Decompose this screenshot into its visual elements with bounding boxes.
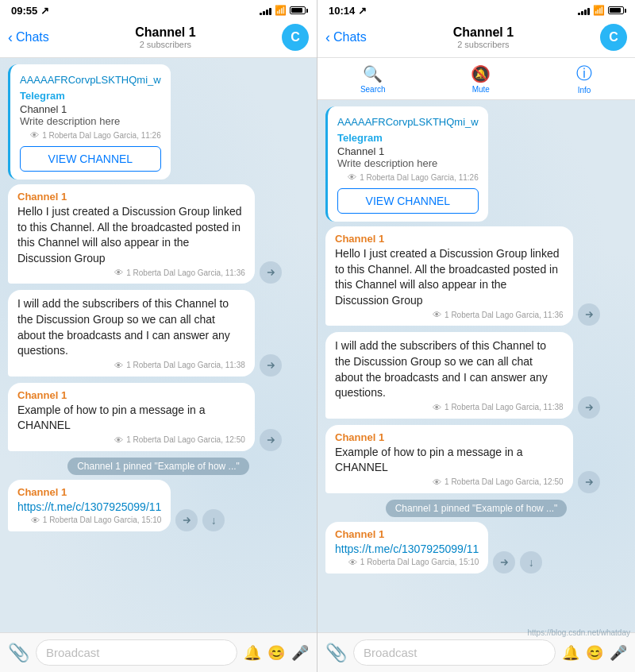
message-bubble-link: Channel 1 https://t.me/c/1307925099/11 👁… <box>325 522 488 574</box>
message-bubble: I will add the subscribers of this Chann… <box>325 332 573 418</box>
broadcast-input[interactable]: Broadcast <box>36 639 237 666</box>
message-text: I will add the subscribers of this Chann… <box>17 296 245 358</box>
message-bubble: Channel 1Example of how to pin a message… <box>8 383 255 451</box>
message-sender: Channel 1 <box>17 191 245 203</box>
mic-icon[interactable]: 🎤 <box>610 644 627 662</box>
telegram-sender: Telegram <box>20 90 161 102</box>
message-row: I will add the subscribers of this Chann… <box>325 332 627 418</box>
card-meta-text: 1 Roberta Dal Lago Garcia, 11:26 <box>42 131 161 140</box>
wifi-icon: 📶 <box>275 5 287 16</box>
message-row: I will add the subscribers of this Chann… <box>8 290 309 376</box>
forward-button[interactable] <box>260 261 282 284</box>
message-text: Example of how to pin a message in a CHA… <box>17 403 245 434</box>
message-sender: Channel 1 <box>335 233 564 245</box>
action-info[interactable]: ⓘ Info <box>576 63 592 95</box>
back-button[interactable]: ‹ Chats <box>8 29 49 46</box>
chat-area: AAAAAFRCorvpLSKTHQmi_w Telegram Channel … <box>318 100 635 632</box>
message-sender: Channel 1 <box>17 486 161 498</box>
forward-button[interactable] <box>493 551 515 574</box>
meta-text: 1 Roberta Dal Lago Garcia, 15:10 <box>43 516 162 524</box>
message-link[interactable]: https://t.me/c/1307925099/11 <box>335 543 479 555</box>
broadcast-input[interactable]: Broadcast <box>353 639 556 666</box>
eye-icon: 👁 <box>348 172 356 182</box>
forward-button[interactable] <box>175 509 198 531</box>
meta-text: 1 Roberta Dal Lago Garcia, 12:50 <box>444 477 564 486</box>
message-bubble: Channel 1Hello I just created a Discussi… <box>8 184 255 284</box>
eye-icon: 👁 <box>114 435 123 445</box>
message-bubble: I will add the subscribers of this Chann… <box>8 290 255 376</box>
forward-button[interactable] <box>578 303 600 326</box>
action-mute[interactable]: 🔕 Mute <box>471 64 491 94</box>
forward-button[interactable] <box>260 354 282 377</box>
message-text: Hello I just created a Discussion Group … <box>17 204 245 266</box>
chat-area: AAAAAFRCorvpLSKTHQmi_w Telegram Channel … <box>0 58 317 632</box>
forward-button[interactable] <box>578 396 600 419</box>
message-sender: Channel 1 <box>17 389 245 401</box>
message-row: Channel 1 https://t.me/c/1307925099/11 👁… <box>325 522 627 574</box>
notify-icon[interactable]: 🔔 <box>562 644 579 662</box>
channel-link[interactable]: AAAAAFRCorvpLSKTHQmi_w <box>20 74 161 86</box>
mic-icon[interactable]: 🎤 <box>291 644 309 662</box>
scroll-down-button[interactable]: ↓ <box>202 509 225 531</box>
attach-icon[interactable]: 📎 <box>8 643 29 663</box>
card-meta-text: 1 Roberta Dal Lago Garcia, 11:26 <box>360 173 479 182</box>
mute-icon: 🔕 <box>471 64 491 83</box>
card-desc: Write description here <box>20 115 161 127</box>
view-channel-button[interactable]: VIEW CHANNEL <box>337 188 479 214</box>
search-icon: 🔍 <box>363 64 383 83</box>
back-label: Chats <box>333 30 367 44</box>
eye-icon: 👁 <box>433 403 441 412</box>
back-button[interactable]: ‹ Chats <box>325 29 367 46</box>
bottom-icons: 🔔 😊 🎤 <box>244 644 309 662</box>
message-text: I will add the subscribers of this Chann… <box>335 338 564 400</box>
eye-icon: 👁 <box>433 310 441 319</box>
message-meta: 👁 1 Roberta Dal Lago Garcia, 15:10 <box>17 516 161 525</box>
scroll-down-button[interactable]: ↓ <box>520 551 542 574</box>
info-icon: ⓘ <box>576 63 592 84</box>
message-meta: 👁 1 Roberta Dal Lago Garcia, 12:50 <box>17 435 245 445</box>
signal-icon <box>260 6 271 15</box>
status-bar: 10:14 ↗ 📶 <box>318 0 635 19</box>
wifi-icon: 📶 <box>593 5 605 16</box>
card-channel-name: Channel 1 <box>20 103 161 115</box>
message-bubble: Channel 1Hello I just created a Discussi… <box>325 226 573 326</box>
battery-icon <box>290 6 306 14</box>
panel-right: 10:14 ↗ 📶 ‹ Chats Channel 1 2 subscriber… <box>318 0 635 672</box>
avatar[interactable]: C <box>282 24 309 51</box>
meta-text: 1 Roberta Dal Lago Garcia, 11:38 <box>444 403 564 411</box>
avatar[interactable]: C <box>600 24 627 51</box>
emoji-icon[interactable]: 😊 <box>267 644 285 662</box>
nav-title: Channel 1 2 subscribers <box>367 25 600 49</box>
status-time: 10:14 ↗ <box>329 5 367 17</box>
signal-icon <box>578 6 590 15</box>
attach-icon[interactable]: 📎 <box>325 643 347 663</box>
mute-label: Mute <box>472 85 490 94</box>
card-meta: 👁 1 Roberta Dal Lago Garcia, 11:26 <box>337 172 479 182</box>
bottom-icons: 🔔 😊 🎤 <box>562 644 627 662</box>
panel-left: 09:55 ↗ 📶 ‹ Chats Channel 1 2 subscriber… <box>0 0 318 672</box>
notify-icon[interactable]: 🔔 <box>244 644 261 662</box>
emoji-icon[interactable]: 😊 <box>586 644 603 662</box>
card-channel-name: Channel 1 <box>337 145 479 157</box>
forward-button[interactable] <box>260 429 282 451</box>
meta-text: 1 Roberta Dal Lago Garcia, 15:10 <box>360 558 479 566</box>
message-bubble-link: Channel 1 https://t.me/c/1307925099/11 👁… <box>8 480 171 531</box>
channel-subtitle: 2 subscribers <box>49 40 282 49</box>
card-desc: Write description here <box>337 157 479 169</box>
message-sender: Channel 1 <box>335 431 564 443</box>
message-link[interactable]: https://t.me/c/1307925099/11 <box>17 500 161 513</box>
channel-link[interactable]: AAAAAFRCorvpLSKTHQmi_w <box>337 116 479 128</box>
meta-text: 1 Roberta Dal Lago Garcia, 12:50 <box>126 435 245 444</box>
action-search[interactable]: 🔍 Search <box>360 64 386 94</box>
message-meta: 👁 1 Roberta Dal Lago Garcia, 15:10 <box>335 558 479 567</box>
message-row: Channel 1Hello I just created a Discussi… <box>8 184 309 284</box>
meta-text: 1 Roberta Dal Lago Garcia, 11:36 <box>444 311 564 319</box>
message-meta: 👁 1 Roberta Dal Lago Garcia, 11:36 <box>335 310 564 319</box>
eye-icon: 👁 <box>30 130 39 140</box>
forward-button[interactable] <box>578 471 600 493</box>
message-meta: 👁 1 Roberta Dal Lago Garcia, 11:38 <box>335 403 564 412</box>
view-channel-button[interactable]: VIEW CHANNEL <box>20 146 161 172</box>
status-time: 09:55 ↗ <box>11 5 49 17</box>
meta-text: 1 Roberta Dal Lago Garcia, 11:38 <box>126 361 245 369</box>
message-meta: 👁 1 Roberta Dal Lago Garcia, 11:36 <box>17 268 245 277</box>
